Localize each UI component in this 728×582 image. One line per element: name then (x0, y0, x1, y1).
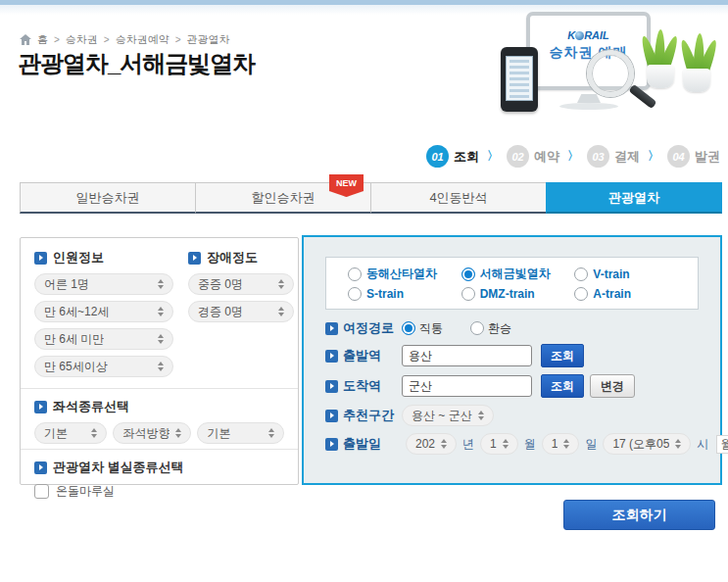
ondol-room-label: 온돌마루실 (56, 483, 115, 500)
select-adult-count[interactable]: 어른 1명 (34, 273, 173, 295)
recommended-label: 추천구간 (325, 407, 402, 424)
radio-checked-icon[interactable] (402, 321, 415, 335)
arrow-square-icon (34, 401, 47, 413)
select-senior-count[interactable]: 만 65세이상 (34, 356, 173, 377)
radio-icon[interactable] (348, 267, 362, 281)
radio-transfer[interactable]: 환승 (470, 320, 511, 337)
departure-label: 출발역 (325, 347, 402, 364)
home-icon (20, 34, 31, 45)
ticket-tabs: 일반승차권 할인승차권 NEW 4인동반석 관광열차 (20, 182, 722, 214)
korail-globe-icon (575, 31, 584, 40)
updown-arrows-icon (503, 439, 509, 449)
disability-header: 장애정도 (188, 249, 294, 267)
departure-station-input[interactable] (402, 345, 532, 366)
departure-row: 출발역 조회 (325, 344, 720, 367)
radio-donghae-santa[interactable]: 동해산타열차 (348, 266, 461, 282)
radio-icon[interactable] (574, 287, 588, 301)
arrow-square-icon (34, 461, 47, 474)
select-seat-direction[interactable]: 좌석방향 (113, 422, 191, 444)
arrow-square-icon (325, 322, 338, 335)
train-type-group: 동해산타열차 서해금빛열차 V-train S-train DMZ-train … (325, 257, 699, 310)
updown-arrows-icon (158, 307, 164, 316)
radio-seohae-gold[interactable]: 서해금빛열차 (461, 266, 575, 282)
select-seat-basic2[interactable]: 기본 (197, 422, 284, 444)
select-mild-count[interactable]: 경증 0명 (188, 301, 294, 322)
departure-date-label: 출발일 (325, 435, 402, 453)
breadcrumb-tourist-train[interactable]: 관광열차 (187, 32, 230, 47)
breadcrumb-ticket[interactable]: 승차권 (66, 32, 98, 47)
recommended-route-select[interactable]: 용산 ~ 군산 (402, 405, 494, 426)
radio-dmz-train[interactable]: DMZ-train (461, 287, 575, 301)
departure-date-row: 출발일 202 년 1 월 1 일 17 (오후05 (325, 433, 720, 455)
chevron-right-icon: 〉 (487, 148, 499, 165)
breadcrumb-home[interactable]: 홈 (37, 32, 48, 47)
hour-select[interactable]: 17 (오후05 (603, 433, 691, 455)
seat-type-header: 좌석종류선택 (34, 398, 284, 415)
route-row: 여정경로 직통 환승 (325, 319, 720, 337)
chevron-right-icon: 〉 (567, 148, 579, 165)
phone-graphic (501, 47, 538, 112)
select-seat-basic[interactable]: 기본 (34, 422, 107, 444)
hero-illustration: KRAIL 승차권 예매 (471, 6, 724, 118)
updown-arrows-icon (478, 411, 484, 420)
tab-general-ticket[interactable]: 일반승차권 (20, 182, 196, 214)
updown-arrows-icon (563, 439, 569, 449)
chevron-right-icon: 〉 (648, 148, 659, 165)
swap-stations-button[interactable]: 변경 (590, 374, 635, 398)
step-reserve: 02 예약 (507, 145, 559, 168)
radio-checked-icon[interactable] (461, 267, 475, 281)
arrival-label: 도착역 (325, 377, 402, 395)
arrival-search-button[interactable]: 조회 (541, 374, 584, 398)
search-submit-button[interactable]: 조회하기 (563, 500, 715, 530)
seat-type-section: 좌석종류선택 기본 좌석방향 기본 (34, 398, 284, 444)
divider (21, 449, 298, 450)
updown-arrows-icon (175, 428, 181, 438)
arrow-square-icon (188, 252, 201, 265)
monitor-stand (577, 94, 601, 103)
step-search: 01 조회 (426, 145, 479, 168)
arrival-station-input[interactable] (402, 375, 532, 397)
select-child-count[interactable]: 만 6세~12세 (34, 301, 173, 322)
tab-four-seat[interactable]: 4인동반석 (370, 182, 547, 214)
radio-icon[interactable] (461, 287, 475, 301)
radio-icon[interactable] (470, 321, 484, 335)
updown-arrows-icon (675, 439, 681, 449)
search-form-panel: 동해산타열차 서해금빛열차 V-train S-train DMZ-train … (302, 235, 722, 485)
checkbox-icon[interactable] (34, 484, 49, 499)
room-type-header: 관광열차 별실종류선택 (34, 459, 284, 476)
weekday-display: 월 (716, 435, 728, 454)
month-select[interactable]: 1 (480, 433, 518, 455)
updown-arrows-icon (158, 279, 164, 289)
magnifier-icon (587, 50, 634, 97)
new-badge: NEW (329, 174, 364, 197)
radio-icon[interactable] (574, 267, 588, 281)
tab-tourist-train[interactable]: 관광열차 (546, 182, 722, 214)
breadcrumb: 홈 > 승차권 > 승차권예약 > 관광열차 (20, 32, 230, 47)
updown-arrows-icon (158, 362, 164, 371)
arrow-square-icon (325, 410, 338, 422)
disability-section: 장애정도 중증 0명 경증 0명 (188, 249, 294, 383)
breadcrumb-reservation[interactable]: 승차권예약 (116, 32, 170, 47)
radio-icon[interactable] (348, 287, 362, 301)
select-severe-count[interactable]: 중증 0명 (188, 273, 294, 295)
updown-arrows-icon (91, 428, 97, 438)
radio-s-train[interactable]: S-train (348, 287, 461, 301)
year-select[interactable]: 202 (406, 433, 457, 455)
monitor-base (559, 103, 618, 110)
radio-direct[interactable]: 직통 (402, 320, 443, 337)
radio-v-train[interactable]: V-train (574, 266, 688, 282)
select-infant-count[interactable]: 만 6세 미만 (34, 328, 173, 350)
arrow-square-icon (325, 438, 338, 451)
updown-arrows-icon (441, 439, 447, 449)
arrow-square-icon (34, 252, 47, 265)
departure-search-button[interactable]: 조회 (541, 344, 584, 367)
step-indicator: 01 조회 〉 02 예약 〉 03 결제 〉 04 발권 (426, 145, 720, 168)
person-info-header: 인원정보 (34, 249, 178, 267)
route-label: 여정경로 (325, 319, 402, 337)
step-payment: 03 결제 (587, 145, 640, 168)
day-select[interactable]: 1 (542, 433, 580, 455)
radio-a-train[interactable]: A-train (574, 287, 688, 301)
tab-discount-ticket[interactable]: 할인승차권 NEW (195, 182, 371, 214)
ondol-room-checkbox-row[interactable]: 온돌마루실 (34, 483, 284, 500)
step-issue: 04 발권 (667, 145, 720, 168)
